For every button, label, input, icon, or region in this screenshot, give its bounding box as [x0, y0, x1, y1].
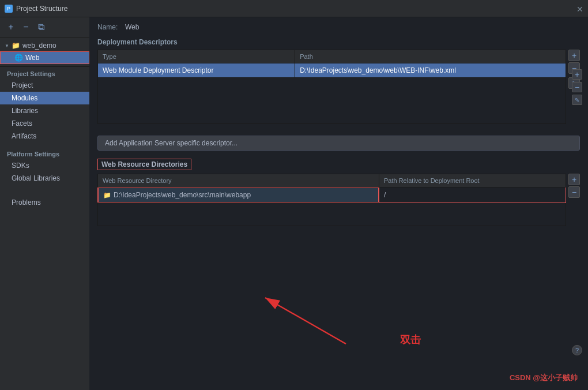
sidebar-divider-2: [0, 185, 89, 189]
module-toolbar: + − ⧉: [0, 17, 89, 38]
right-action-buttons: + − ✎: [572, 69, 582, 105]
csdn-watermark: CSDN @这小子贼帅: [510, 373, 578, 383]
sidebar-item-artifacts[interactable]: Artifacts: [0, 130, 89, 142]
remove-wrd-button[interactable]: −: [568, 186, 580, 198]
tree-root-item[interactable]: ▼ 📁 web_demo: [0, 40, 89, 51]
tree-child-item[interactable]: 🌐 Web: [0, 51, 89, 64]
sidebar: Project Settings Project Modules Librari…: [0, 67, 89, 390]
tree-arrow-icon: ▼: [5, 43, 9, 48]
deployment-row-empty: [98, 78, 566, 124]
copy-module-button[interactable]: ⧉: [35, 21, 47, 33]
sidebar-divider: [0, 142, 89, 147]
add-wrd-button[interactable]: +: [568, 174, 580, 185]
wrd-side-buttons: + −: [568, 174, 580, 232]
window-title: Project Structure: [16, 5, 67, 13]
web-resource-directories-section: Web Resource Directories: [97, 159, 191, 170]
wrd-path-header: Path Relative to Deployment Root: [379, 174, 566, 187]
sidebar-item-modules[interactable]: Modules: [0, 92, 89, 104]
deployment-table-container: Type Path Web Module Deployment Descript…: [97, 50, 580, 130]
right-pencil-button[interactable]: ✎: [572, 95, 582, 105]
deployment-table: Type Path Web Module Deployment Descript…: [97, 50, 566, 124]
module-tree: ▼ 📁 web_demo 🌐 Web: [0, 38, 89, 67]
left-panel: + − ⧉ ▼ 📁 web_demo 🌐 Web Project Setting…: [0, 17, 89, 390]
col-type-header: Type: [98, 50, 295, 63]
right-panel: Name: Web Deployment Descriptors Type Pa…: [89, 17, 588, 390]
main-layout: + − ⧉ ▼ 📁 web_demo 🌐 Web Project Setting…: [0, 17, 588, 390]
window-controls: ✕: [576, 5, 583, 12]
right-add-button[interactable]: +: [572, 69, 582, 80]
add-module-button[interactable]: +: [5, 21, 17, 33]
content-area: Name: Web Deployment Descriptors Type Pa…: [89, 17, 588, 390]
wrd-table: Web Resource Directory Path Relative to …: [97, 174, 566, 226]
help-button-area: ?: [572, 345, 582, 355]
deployment-row[interactable]: Web Module Deployment Descriptor D:\Idea…: [98, 63, 566, 78]
help-button[interactable]: ?: [572, 345, 582, 355]
title-bar-left: P Project Structure: [5, 5, 67, 13]
name-row: Name: Web: [97, 23, 580, 31]
sidebar-item-libraries[interactable]: Libraries: [0, 104, 89, 117]
platform-settings-label: Platform Settings: [0, 147, 89, 159]
col-path-header: Path: [295, 50, 566, 63]
tree-root-label: web_demo: [22, 42, 56, 50]
wrd-table-container: Web Resource Directory Path Relative to …: [97, 174, 580, 232]
wrd-title: Web Resource Directories: [101, 160, 187, 168]
folder-small-icon: 📁: [103, 192, 111, 199]
sidebar-item-sdks[interactable]: SDKs: [0, 159, 89, 172]
add-server-descriptor-button[interactable]: Add Application Server specific descript…: [97, 136, 580, 151]
deployment-type: Web Module Deployment Descriptor: [98, 63, 295, 78]
wrd-dir-header: Web Resource Directory: [98, 174, 379, 187]
web-module-icon: 🌐: [14, 54, 23, 62]
app-icon: P: [5, 5, 13, 13]
app-icon-letter: P: [7, 6, 10, 12]
name-value: Web: [125, 23, 139, 31]
wrd-directory: 📁 D:\IdeaProjects\web_demo\src\main\weba…: [98, 187, 379, 202]
name-label: Name:: [97, 23, 120, 31]
title-bar: P Project Structure ✕: [0, 0, 588, 17]
deployment-descriptors-title: Deployment Descriptors: [97, 38, 580, 46]
tree-child-label: Web: [25, 54, 39, 62]
wrd-row[interactable]: 📁 D:\IdeaProjects\web_demo\src\main\weba…: [98, 187, 566, 203]
wrd-row-empty: [98, 203, 566, 226]
sidebar-item-facets[interactable]: Facets: [0, 117, 89, 130]
deployment-path: D:\IdeaProjects\web_demo\web\WEB-INF\web…: [295, 63, 566, 78]
project-settings-label: Project Settings: [0, 67, 89, 79]
sidebar-item-problems[interactable]: Problems: [0, 196, 89, 209]
add-descriptor-button[interactable]: +: [568, 50, 580, 61]
sidebar-item-global-libraries[interactable]: Global Libraries: [0, 172, 89, 185]
right-remove-button[interactable]: −: [572, 82, 582, 92]
remove-module-button[interactable]: −: [20, 21, 32, 33]
close-button[interactable]: ✕: [576, 5, 583, 12]
sidebar-item-project[interactable]: Project: [0, 79, 89, 92]
wrd-path-relative: /: [379, 187, 566, 203]
folder-icon: 📁: [12, 42, 20, 50]
